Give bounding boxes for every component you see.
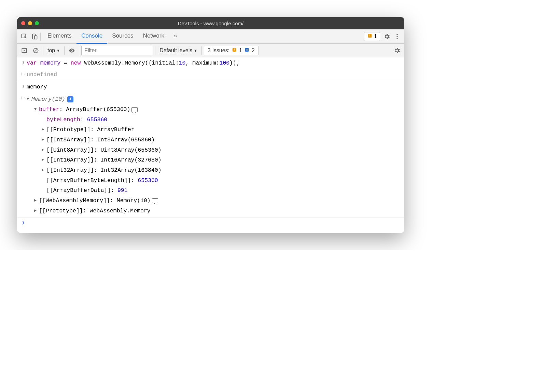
tree-node-prototype[interactable]: [[Prototype]]: WebAssembly.Memory bbox=[27, 206, 402, 216]
window-titlebar: DevTools - www.google.com/ bbox=[17, 17, 404, 29]
disclosure-triangle-icon[interactable] bbox=[42, 167, 46, 174]
tree-node-uint8array[interactable]: [[Uint8Array]]: Uint8Array(655360) bbox=[27, 145, 402, 155]
console-input-row[interactable]: ❯ memory bbox=[17, 81, 404, 93]
device-toolbar-icon[interactable] bbox=[29, 31, 40, 42]
disclosure-triangle-icon[interactable] bbox=[42, 156, 46, 164]
memory-inspector-icon[interactable] bbox=[131, 107, 138, 112]
input-marker-icon: ❯ bbox=[20, 59, 27, 68]
toolbar-divider bbox=[201, 46, 202, 55]
toolbar-divider bbox=[155, 46, 155, 55]
console-toolbar: top ▼ Default levels ▼ 3 Issues: ! 1 2 bbox=[17, 44, 404, 57]
console-result: undefined bbox=[27, 70, 402, 79]
toolbar-divider bbox=[79, 46, 79, 55]
main-toolbar: Elements Console Sources Network » ! 1 bbox=[17, 29, 404, 44]
log-levels-dropdown[interactable]: Default levels ▼ bbox=[157, 47, 199, 54]
levels-label: Default levels bbox=[159, 47, 192, 54]
issues-label: 3 Issues: bbox=[208, 47, 229, 54]
tree-node-arraybuffer-length: [[ArrayBufferByteLength]]: 655360 bbox=[27, 176, 402, 186]
output-marker-icon: ⟨· bbox=[20, 70, 27, 79]
svg-point-5 bbox=[396, 34, 397, 35]
svg-text:!: ! bbox=[369, 34, 371, 38]
close-window-button[interactable] bbox=[21, 21, 25, 25]
chevron-down-icon: ▼ bbox=[194, 48, 197, 53]
tree-node-int16array[interactable]: [[Int16Array]]: Int16Array(327680) bbox=[27, 155, 402, 165]
traffic-lights bbox=[21, 21, 39, 25]
console-output-row: ⟨· undefined bbox=[17, 69, 404, 81]
memory-inspector-icon[interactable] bbox=[152, 198, 158, 203]
clear-console-icon[interactable] bbox=[31, 45, 41, 56]
toolbar-divider bbox=[40, 32, 41, 41]
console-code: memory bbox=[27, 83, 402, 92]
tab-network[interactable]: Network bbox=[138, 29, 169, 44]
minimize-window-button[interactable] bbox=[28, 21, 32, 25]
svg-rect-16 bbox=[246, 51, 248, 51]
console-output: ❯ var memory = new WebAssembly.Memory({i… bbox=[17, 57, 404, 233]
more-tabs-button[interactable]: » bbox=[169, 29, 182, 44]
devtools-window: DevTools - www.google.com/ Elements Cons… bbox=[17, 17, 404, 233]
chevron-down-icon: ▼ bbox=[56, 48, 60, 53]
toolbar-divider bbox=[381, 32, 381, 41]
info-icon bbox=[244, 47, 250, 54]
object-tree: Memory(10) i buffer: ArrayBuffer(655360)… bbox=[27, 94, 402, 216]
context-label: top bbox=[47, 47, 55, 54]
console-output-row: ⟨· Memory(10) i buffer: ArrayBuffer(6553… bbox=[17, 93, 404, 218]
svg-point-6 bbox=[396, 36, 397, 37]
console-input-row[interactable]: ❯ var memory = new WebAssembly.Memory({i… bbox=[17, 57, 404, 69]
tree-node-arraybuffer-data: [[ArrayBufferData]]: 991 bbox=[27, 185, 402, 196]
toggle-sidebar-icon[interactable] bbox=[19, 45, 29, 56]
execution-context-dropdown[interactable]: top ▼ bbox=[45, 47, 62, 54]
tab-console[interactable]: Console bbox=[76, 29, 107, 44]
prompt-marker-icon: ❯ bbox=[20, 219, 27, 226]
warning-icon: ! bbox=[232, 47, 237, 54]
tree-node-buffer[interactable]: buffer: ArrayBuffer(655360) bbox=[27, 104, 402, 115]
issues-warn-count: 1 bbox=[239, 47, 242, 54]
disclosure-triangle-icon[interactable] bbox=[34, 106, 38, 113]
maximize-window-button[interactable] bbox=[35, 21, 39, 25]
issues-button[interactable]: 3 Issues: ! 1 2 bbox=[204, 46, 259, 55]
svg-point-7 bbox=[396, 38, 397, 39]
console-prompt-row[interactable]: ❯ bbox=[17, 218, 404, 233]
disclosure-triangle-icon[interactable] bbox=[42, 126, 46, 134]
disclosure-triangle-icon[interactable] bbox=[34, 207, 38, 215]
console-input[interactable] bbox=[27, 219, 402, 226]
live-expression-icon[interactable] bbox=[67, 45, 77, 56]
toolbar-divider bbox=[43, 46, 43, 55]
tab-elements[interactable]: Elements bbox=[43, 29, 76, 44]
warnings-badge[interactable]: ! 1 bbox=[364, 32, 380, 41]
tree-node-bytelength: byteLength: 655360 bbox=[27, 115, 402, 125]
disclosure-triangle-icon[interactable] bbox=[42, 146, 46, 154]
tree-node-int8array[interactable]: [[Int8Array]]: Int8Array(655360) bbox=[27, 135, 402, 145]
filter-input[interactable] bbox=[81, 46, 153, 55]
window-title: DevTools - www.google.com/ bbox=[17, 20, 404, 26]
svg-text:!: ! bbox=[234, 48, 235, 52]
panel-tabs: Elements Console Sources Network » bbox=[43, 29, 182, 44]
settings-icon[interactable] bbox=[382, 31, 392, 42]
tab-sources[interactable]: Sources bbox=[107, 29, 138, 44]
console-code: var memory = new WebAssembly.Memory({ini… bbox=[27, 59, 402, 68]
tree-node-prototype[interactable]: [[Prototype]]: ArrayBuffer bbox=[27, 125, 402, 135]
tree-node-memory[interactable]: Memory(10) i bbox=[27, 94, 402, 104]
inspect-element-icon[interactable] bbox=[19, 31, 29, 42]
console-settings-icon[interactable] bbox=[392, 45, 402, 56]
input-marker-icon: ❯ bbox=[20, 83, 27, 92]
warning-count: 1 bbox=[374, 33, 377, 40]
svg-rect-14 bbox=[246, 49, 248, 49]
warning-icon: ! bbox=[367, 33, 373, 40]
more-options-icon[interactable] bbox=[392, 31, 402, 42]
toolbar-divider bbox=[64, 46, 65, 55]
disclosure-triangle-icon[interactable] bbox=[34, 197, 38, 205]
svg-rect-2 bbox=[34, 36, 37, 39]
disclosure-triangle-icon[interactable] bbox=[27, 96, 31, 103]
svg-rect-15 bbox=[246, 50, 248, 50]
disclosure-triangle-icon[interactable] bbox=[42, 136, 46, 144]
svg-line-10 bbox=[34, 49, 38, 52]
output-marker-icon: ⟨· bbox=[20, 94, 27, 216]
issues-info-count: 2 bbox=[252, 47, 255, 54]
info-icon[interactable]: i bbox=[67, 96, 73, 102]
tree-node-wasm-memory[interactable]: [[WebAssemblyMemory]]: Memory(10) bbox=[27, 196, 402, 206]
tree-node-int32array[interactable]: [[Int32Array]]: Int32Array(163840) bbox=[27, 165, 402, 176]
